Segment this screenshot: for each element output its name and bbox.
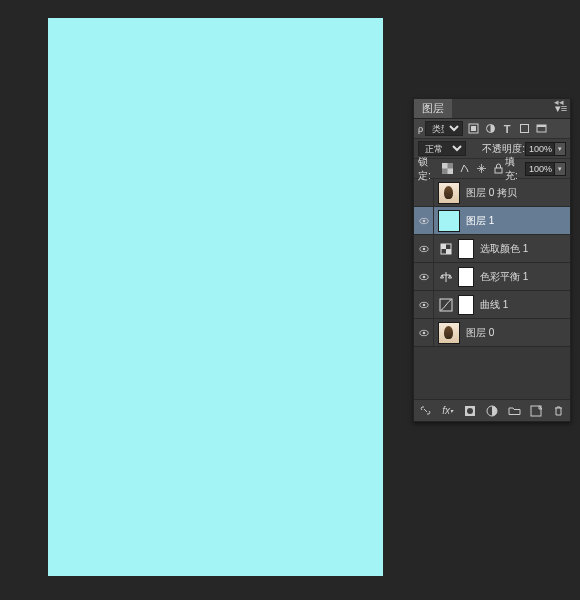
layer-row[interactable]: 选取颜色 1: [414, 235, 570, 263]
panel-footer: fx▾: [414, 399, 570, 421]
svg-rect-15: [441, 244, 446, 249]
canvas[interactable]: [48, 18, 383, 576]
layer-thumb[interactable]: [438, 182, 460, 204]
svg-rect-8: [448, 169, 454, 175]
fill-input[interactable]: 100%: [525, 162, 555, 176]
mask-icon[interactable]: [462, 403, 477, 419]
svg-rect-9: [495, 168, 502, 173]
adjustment-thumb-icon: [438, 239, 454, 259]
filter-pixel-icon[interactable]: [466, 122, 480, 136]
fill-label: 填充:: [505, 155, 525, 183]
group-icon[interactable]: [507, 403, 522, 419]
visibility-toggle[interactable]: [414, 179, 434, 206]
svg-rect-16: [446, 249, 451, 254]
filter-shape-icon[interactable]: [517, 122, 531, 136]
lock-trans-icon[interactable]: [441, 162, 454, 175]
search-icon: ρ: [418, 124, 423, 134]
layer-name[interactable]: 选取颜色 1: [480, 242, 528, 256]
svg-point-11: [422, 219, 425, 222]
layer-name[interactable]: 图层 1: [466, 214, 494, 228]
layer-row[interactable]: 曲线 1: [414, 291, 570, 319]
layer-row[interactable]: 图层 0 拷贝: [414, 179, 570, 207]
layer-name[interactable]: 色彩平衡 1: [480, 270, 528, 284]
layers-list: 图层 0 拷贝图层 1选取颜色 1色彩平衡 1曲线 1图层 0: [414, 179, 570, 347]
trash-icon[interactable]: [551, 403, 566, 419]
visibility-toggle[interactable]: [414, 235, 434, 262]
canvas-area: [48, 18, 383, 576]
opacity-label: 不透明度:: [482, 142, 525, 156]
lock-position-icon[interactable]: [475, 162, 488, 175]
svg-rect-1: [471, 126, 476, 131]
workspace: ◂◂ 图层 ▾≡ ρ 类型 T 正常 不透明度:: [0, 0, 580, 600]
svg-rect-3: [520, 125, 528, 133]
visibility-toggle[interactable]: [414, 263, 434, 290]
layer-thumb[interactable]: [438, 322, 460, 344]
adjustment-icon[interactable]: [484, 403, 499, 419]
adjustment-thumb-icon: [438, 267, 454, 287]
layer-mask-thumb[interactable]: [458, 295, 474, 315]
visibility-toggle[interactable]: [414, 291, 434, 318]
svg-point-13: [422, 247, 425, 250]
svg-point-25: [467, 408, 473, 414]
link-layers-icon[interactable]: [418, 403, 433, 419]
collapse-icon[interactable]: ◂◂: [550, 97, 568, 109]
svg-point-20: [422, 303, 425, 306]
layer-row[interactable]: 色彩平衡 1: [414, 263, 570, 291]
fill-flyout-icon[interactable]: ▾: [555, 162, 566, 176]
layers-panel: ◂◂ 图层 ▾≡ ρ 类型 T 正常 不透明度:: [413, 98, 571, 422]
layer-row[interactable]: 图层 0: [414, 319, 570, 347]
layer-row[interactable]: 图层 1: [414, 207, 570, 235]
lock-pixels-icon[interactable]: [458, 162, 471, 175]
svg-point-23: [422, 331, 425, 334]
visibility-toggle[interactable]: [414, 207, 434, 234]
filter-type-icon[interactable]: T: [500, 122, 514, 136]
panel-tabbar: 图层 ▾≡: [414, 99, 570, 119]
lock-all-icon[interactable]: [492, 162, 505, 175]
fx-icon[interactable]: fx▾: [440, 403, 455, 419]
svg-rect-7: [442, 163, 448, 169]
visibility-toggle[interactable]: [414, 319, 434, 346]
svg-point-18: [422, 275, 425, 278]
opacity-input[interactable]: 100%: [525, 142, 555, 156]
svg-rect-5: [537, 125, 546, 127]
layer-thumb[interactable]: [438, 210, 460, 232]
filter-adjust-icon[interactable]: [483, 122, 497, 136]
filter-kind-select[interactable]: 类型: [425, 121, 463, 136]
tab-layers[interactable]: 图层: [414, 99, 452, 118]
filter-row: ρ 类型 T: [414, 119, 570, 139]
layer-mask-thumb[interactable]: [458, 239, 474, 259]
new-layer-icon[interactable]: [529, 403, 544, 419]
layer-mask-thumb[interactable]: [458, 267, 474, 287]
layer-name[interactable]: 图层 0 拷贝: [466, 186, 517, 200]
adjustment-thumb-icon: [438, 295, 454, 315]
layers-empty-area[interactable]: [414, 347, 570, 399]
layer-name[interactable]: 曲线 1: [480, 298, 508, 312]
layer-name[interactable]: 图层 0: [466, 326, 494, 340]
filter-smart-icon[interactable]: [534, 122, 548, 136]
lock-row: 锁定: 填充: 100% ▾: [414, 159, 570, 179]
opacity-flyout-icon[interactable]: ▾: [555, 142, 566, 156]
